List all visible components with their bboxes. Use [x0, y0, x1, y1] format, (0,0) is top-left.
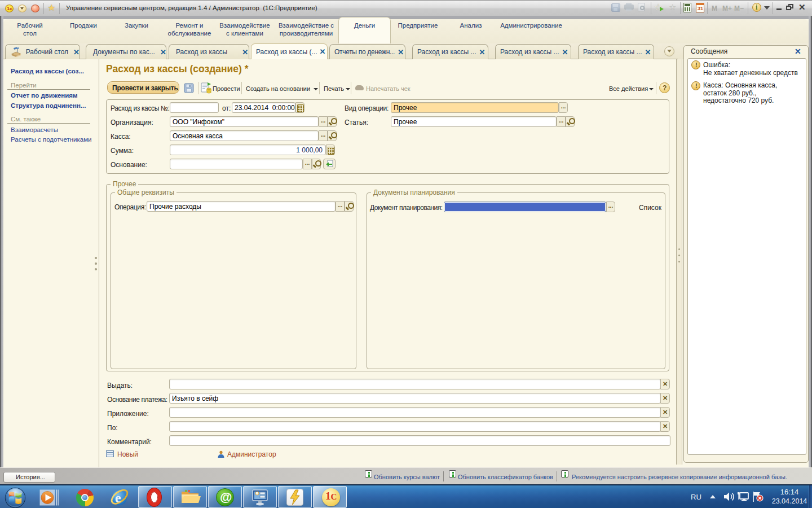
svg-text:e: e [115, 491, 121, 505]
